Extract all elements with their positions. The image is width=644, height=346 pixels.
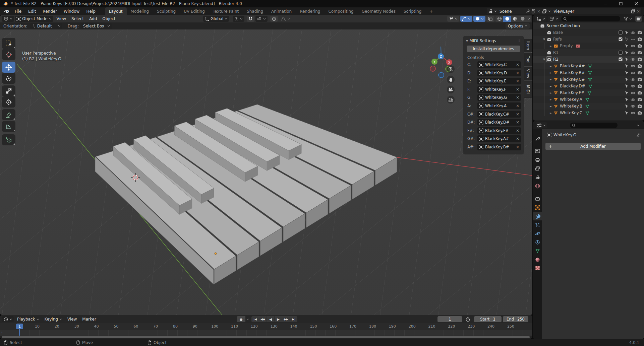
object-field-value[interactable]: WhiteKey.F: [485, 87, 514, 92]
menu-edit[interactable]: Edit: [25, 7, 39, 15]
mesh-data-icon[interactable]: [585, 111, 590, 115]
outliner-item-label[interactable]: WhiteKey.C: [560, 111, 582, 115]
clear-field-icon[interactable]: ×: [516, 79, 519, 83]
hide-render-toggle[interactable]: [637, 104, 642, 108]
expand-right-icon[interactable]: ►: [548, 112, 553, 115]
hide-render-toggle[interactable]: [637, 71, 642, 75]
outliner-item-label[interactable]: Empty: [560, 44, 573, 48]
new-scene-icon[interactable]: [531, 9, 536, 13]
stopwatch-icon[interactable]: [465, 317, 470, 322]
hide-viewport-toggle[interactable]: [631, 111, 635, 115]
object-field-f[interactable]: BlackKey.F#×: [477, 127, 521, 134]
new-collection-button[interactable]: [635, 16, 642, 22]
mesh-icon[interactable]: [553, 110, 559, 116]
outliner-row-base[interactable]: Base: [533, 29, 644, 36]
outliner-row-blackkey-d[interactable]: ►BlackKey.D#: [533, 83, 644, 89]
orientation-setting-selector[interactable]: Default: [30, 23, 62, 29]
options-button[interactable]: Options: [506, 23, 530, 29]
camera-view-button[interactable]: [447, 86, 455, 93]
hide-viewport-toggle[interactable]: [631, 98, 635, 101]
selectable-toggle[interactable]: [625, 64, 629, 68]
hide-viewport-toggle[interactable]: [631, 51, 635, 55]
sidebar-tab-item[interactable]: Item: [524, 39, 532, 52]
expand-right-icon[interactable]: ►: [548, 71, 553, 74]
view-layer-selector[interactable]: ViewLayer ×: [541, 8, 641, 14]
hide-render-toggle[interactable]: [637, 44, 642, 48]
hide-render-toggle[interactable]: [637, 84, 642, 88]
panel-grip-icon[interactable]: ⠿: [518, 39, 521, 43]
view-layer-name[interactable]: ViewLayer: [552, 9, 630, 14]
object-field-value[interactable]: WhiteKey.A: [485, 103, 514, 108]
outliner-item-label[interactable]: WhiteKey.B: [560, 104, 582, 109]
tool-scale-button[interactable]: [2, 85, 15, 96]
object-field-a[interactable]: WhiteKey.A×: [477, 102, 521, 109]
clear-field-icon[interactable]: ×: [516, 128, 519, 133]
minimize-button[interactable]: [598, 0, 613, 7]
tab-modeling[interactable]: Modeling: [127, 7, 153, 15]
collection-icon[interactable]: [546, 50, 552, 55]
install-dependencies-button[interactable]: Install dependencies: [467, 46, 520, 52]
collection-icon[interactable]: [540, 23, 545, 28]
menu-help[interactable]: Help: [83, 7, 99, 15]
expand-right-icon[interactable]: ►: [548, 91, 553, 94]
properties-search-input[interactable]: [570, 123, 618, 128]
properties-tab-constraints[interactable]: [533, 238, 542, 247]
properties-tab-particles[interactable]: [533, 220, 542, 229]
clear-field-icon[interactable]: ×: [516, 95, 519, 100]
clear-field-icon[interactable]: ×: [516, 62, 519, 67]
hide-render-toggle[interactable]: [637, 111, 642, 115]
scene-selector[interactable]: Scene ×: [487, 8, 542, 14]
tab-animation[interactable]: Animation: [267, 7, 296, 15]
selectable-toggle[interactable]: [625, 91, 629, 95]
tool-move-button[interactable]: [2, 62, 15, 73]
hide-render-toggle[interactable]: [637, 91, 642, 95]
sidebar-tab-midi[interactable]: MIDI: [524, 81, 532, 98]
tool-rotate-button[interactable]: [2, 73, 15, 84]
outliner-search-input[interactable]: [561, 16, 620, 21]
shading-material-button[interactable]: [511, 16, 519, 22]
outliner-filter-id-selector[interactable]: [548, 16, 560, 22]
hide-render-toggle[interactable]: [637, 51, 642, 55]
object-field-a[interactable]: BlackKey.B#×: [477, 144, 521, 150]
menu-file[interactable]: File: [11, 7, 25, 15]
selectable-toggle[interactable]: [625, 57, 629, 61]
object-field-c[interactable]: WhiteKey.C×: [477, 61, 521, 68]
proportional-falloff-selector[interactable]: [279, 16, 292, 22]
hide-render-toggle[interactable]: [637, 97, 642, 101]
outliner-row-whitekey-b[interactable]: ►WhiteKey.B: [533, 103, 644, 110]
object-field-d[interactable]: WhiteKey.D×: [477, 70, 521, 76]
object-field-g[interactable]: WhiteKey.G×: [477, 94, 521, 101]
active-object-name[interactable]: WhiteKey.G: [553, 133, 576, 137]
pin-icon[interactable]: [636, 133, 641, 137]
timeline-menu-playback[interactable]: Playback: [14, 317, 42, 322]
menu-render[interactable]: Render: [39, 7, 60, 15]
mesh-icon[interactable]: [553, 103, 559, 109]
tab-compositing[interactable]: Compositing: [324, 7, 357, 15]
new-view-layer-icon[interactable]: [631, 9, 635, 13]
outliner-row-blackkey-a[interactable]: ►BlackKey.A#: [533, 63, 644, 69]
exclude-checkbox[interactable]: [619, 51, 623, 55]
add-workspace-button[interactable]: +: [425, 7, 437, 15]
timeline-track-area[interactable]: [0, 330, 532, 336]
transform-orientation-selector[interactable]: Global: [203, 16, 229, 22]
timeline-ruler[interactable]: 1020304050607080901001101201301401501601…: [0, 323, 532, 330]
selectable-toggle[interactable]: [625, 77, 629, 81]
tab-geometry-nodes[interactable]: Geometry Nodes: [358, 7, 400, 15]
maximize-button[interactable]: [613, 0, 629, 7]
gizmos-toggle[interactable]: [460, 16, 472, 22]
hide-viewport-toggle[interactable]: [631, 84, 635, 88]
hide-viewport-toggle[interactable]: [631, 31, 635, 34]
expand-right-icon[interactable]: ►: [548, 98, 553, 101]
timeline-menu-marker[interactable]: Marker: [79, 317, 99, 322]
tool-select-box-button[interactable]: [2, 38, 15, 49]
clear-field-icon[interactable]: ×: [516, 136, 519, 141]
object-field-d[interactable]: BlackKey.D#×: [477, 119, 521, 126]
selectable-toggle[interactable]: [625, 111, 629, 115]
timeline-menu-keying[interactable]: Keying: [42, 317, 65, 322]
object-field-value[interactable]: WhiteKey.G: [485, 95, 514, 100]
properties-tab-output[interactable]: [533, 155, 542, 164]
tool-cursor-button[interactable]: [2, 49, 15, 60]
keying-options-selector[interactable]: [245, 316, 250, 322]
orthographic-toggle-button[interactable]: [447, 96, 455, 103]
exclude-checkbox[interactable]: [619, 30, 623, 34]
